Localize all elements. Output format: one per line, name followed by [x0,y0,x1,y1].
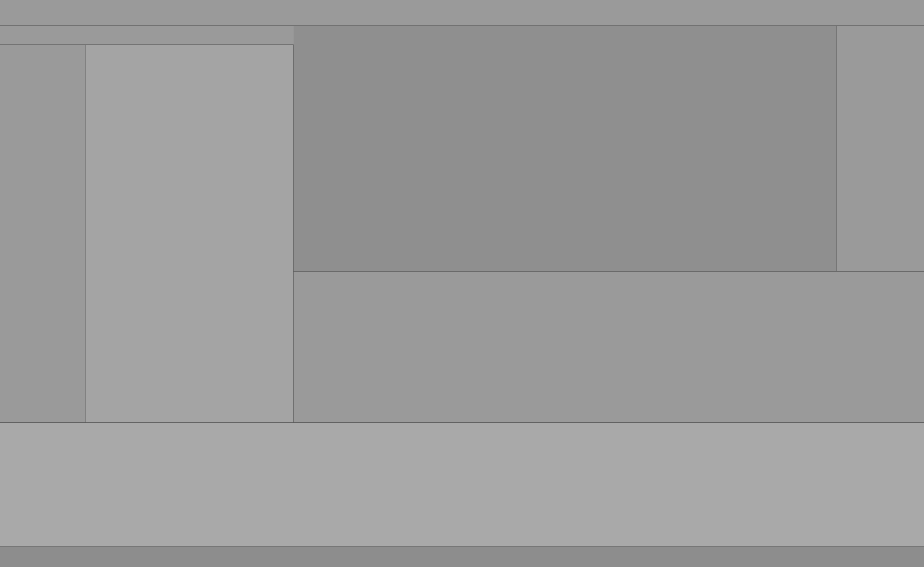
arrangement-view[interactable] [294,26,836,272]
transport-toolbar [0,0,924,26]
track-header-panel [836,26,924,272]
ableton-live-window [0,0,924,567]
browser-search-row [0,26,294,45]
device-chain-area [0,422,924,546]
browser-panel [86,45,294,422]
status-bar [0,546,924,567]
browser-sidebar [0,45,86,422]
mixer-section [294,272,924,422]
